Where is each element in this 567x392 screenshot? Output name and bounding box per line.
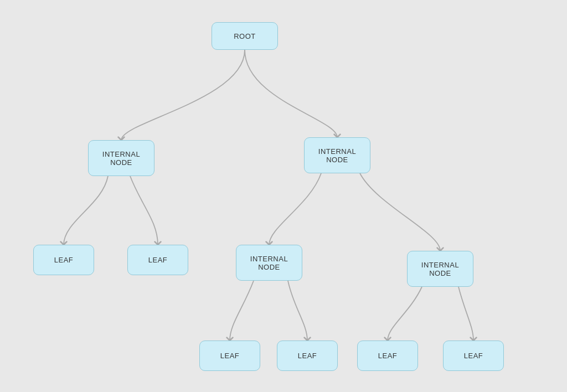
leaf-node-4: LEAF [277, 341, 338, 371]
internal-node-4: INTERNAL NODE [407, 251, 473, 287]
leaf-node-1: LEAF [33, 245, 94, 275]
leaf-node-6: LEAF [443, 341, 504, 371]
arrows-svg [0, 0, 567, 392]
leaf-node-3: LEAF [199, 341, 260, 371]
tree-diagram: ROOT INTERNAL NODE INTERNAL NODE LEAF LE… [0, 0, 567, 392]
internal-node-2: INTERNAL NODE [304, 137, 370, 173]
internal-node-1: INTERNAL NODE [88, 140, 154, 176]
leaf-node-5: LEAF [357, 341, 418, 371]
internal-node-3: INTERNAL NODE [236, 245, 302, 281]
root-node: ROOT [212, 22, 278, 50]
leaf-node-2: LEAF [127, 245, 188, 275]
